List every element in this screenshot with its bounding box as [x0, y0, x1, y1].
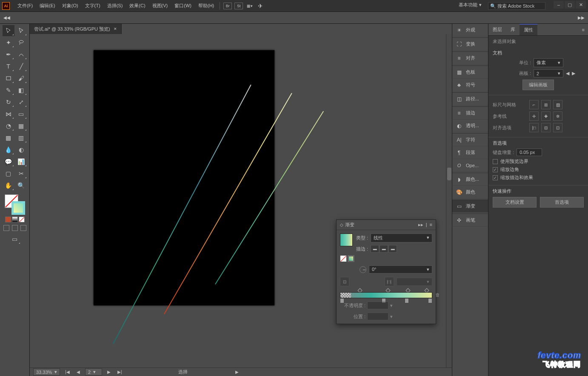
rectangle-tool[interactable]	[3, 73, 14, 84]
aspect-lock-icon[interactable]: ⊡	[340, 277, 349, 286]
dock-opentype[interactable]: OOpe...	[452, 159, 488, 172]
snap-icon-2[interactable]: ⊟	[541, 123, 551, 132]
pen-tool[interactable]: ✒	[3, 49, 14, 60]
prefs-button[interactable]: 首选项	[540, 197, 584, 208]
mesh-tool[interactable]: ▩	[3, 132, 14, 143]
arrange-icon[interactable]: ▦▾	[245, 3, 254, 9]
next-artboard-icon[interactable]: ▶	[572, 71, 575, 76]
line-tool[interactable]: ╱	[15, 61, 27, 72]
menu-window[interactable]: 窗口(W)	[171, 0, 195, 12]
hand-tool[interactable]: ✋	[3, 180, 14, 191]
menu-help[interactable]: 帮助(H)	[195, 0, 217, 12]
dock-transform[interactable]: ⛶变换	[452, 38, 488, 51]
selection-tool[interactable]	[3, 25, 14, 36]
gradient-type-select[interactable]: 线性▾	[371, 234, 432, 242]
dock-swatches[interactable]: ▦色板	[452, 66, 488, 79]
dock-pathfinder[interactable]: ◫路径...	[452, 93, 488, 105]
stock-icon[interactable]: St	[234, 3, 243, 9]
color-stop-4[interactable]	[428, 298, 432, 303]
fill-stroke-swatch[interactable]	[5, 194, 25, 215]
draw-inside[interactable]	[20, 225, 26, 231]
lasso-tool[interactable]	[15, 37, 27, 48]
shape-builder-tool[interactable]: ◔	[3, 120, 14, 131]
dock-stroke[interactable]: ≡描边	[452, 107, 488, 120]
tab-library[interactable]: 库	[506, 24, 519, 35]
gradient-tool[interactable]: ▥	[15, 132, 27, 143]
panel-menu-icon[interactable]: ≡	[430, 222, 432, 228]
angle-input[interactable]: 0°▾	[369, 265, 432, 273]
menu-effect[interactable]: 效果(C)	[126, 0, 148, 12]
prev-page[interactable]: ◀	[75, 370, 82, 374]
color-mode[interactable]	[5, 216, 11, 222]
shaper-tool[interactable]: ✎	[3, 85, 14, 96]
dock-character[interactable]: A|字符	[452, 134, 488, 146]
collapse-icon[interactable]: ▸▸	[418, 222, 423, 228]
snap-icon-1[interactable]: |□	[529, 123, 539, 132]
opacity-input[interactable]	[367, 302, 388, 309]
chk-scale-strokes[interactable]: ✓缩放描边和效果	[493, 174, 584, 181]
next-page[interactable]: ▶	[106, 370, 112, 374]
workspace-switcher[interactable]: 基本功能▾	[459, 2, 482, 8]
perspective-tool[interactable]: ▦	[15, 120, 27, 131]
position-input[interactable]	[367, 313, 388, 320]
free-transform-tool[interactable]: ▭	[15, 108, 27, 120]
stroke-mode-3[interactable]: ▬	[388, 245, 397, 253]
transparency-grid-icon[interactable]: ▨	[553, 100, 562, 109]
gradient-preview-swatch[interactable]	[340, 234, 353, 246]
screen-mode[interactable]: ▭	[9, 234, 21, 245]
menu-edit[interactable]: 编辑(E)	[36, 0, 59, 12]
curvature-tool[interactable]	[15, 49, 27, 60]
dock-appearance[interactable]: ☀外观	[452, 24, 488, 37]
dock-transparency[interactable]: ◐透明...	[452, 120, 488, 132]
direct-selection-tool[interactable]	[15, 25, 27, 36]
width-tool[interactable]: ⋈	[3, 108, 14, 120]
vertical-scrollbar[interactable]	[446, 34, 452, 367]
eraser-tool[interactable]: ◧	[15, 85, 27, 96]
draw-normal[interactable]	[3, 225, 9, 231]
magic-wand-tool[interactable]: ✦	[3, 37, 14, 48]
dock-color[interactable]: 🎨颜色	[452, 186, 488, 199]
zoom-tool[interactable]: 🔍	[15, 180, 27, 191]
snap-icon-3[interactable]: ⊡	[553, 123, 562, 132]
bridge-icon[interactable]: Br	[223, 3, 232, 9]
status-play[interactable]: ▶	[234, 370, 240, 374]
stroke-mode-1[interactable]: ▬	[371, 245, 379, 253]
artboard-tool[interactable]: ▢	[3, 168, 14, 179]
expand-left-icon[interactable]: ◀◀	[3, 15, 10, 20]
chk-preview-bounds[interactable]: 使用预览边界	[493, 158, 584, 165]
kbinc-input[interactable]: 0.05 px	[517, 148, 542, 156]
search-input[interactable]: 🔍 搜索 Adobe Stock	[488, 2, 545, 10]
menu-file[interactable]: 文件(F)	[14, 0, 36, 12]
blend-tool[interactable]: ◐	[15, 144, 27, 155]
menu-text[interactable]: 文字(T)	[82, 0, 104, 12]
dock-align[interactable]: ≡对齐	[452, 52, 488, 65]
scale-tool[interactable]: ⤢	[15, 97, 27, 108]
expand-right-icon[interactable]: ▶▶	[578, 15, 585, 20]
color-stop-3[interactable]	[405, 298, 409, 303]
document-tab[interactable]: 尝试.ai* @ 33.33% (RGB/GPU 预览) ✕	[30, 24, 122, 34]
guide-icon-2[interactable]: ✚	[541, 111, 551, 121]
maximize-button[interactable]: ▢	[565, 1, 575, 9]
chk-scale-corners[interactable]: ✓缩放边角	[493, 166, 584, 173]
stroke-swatch[interactable]	[11, 201, 25, 215]
draw-behind[interactable]	[12, 225, 18, 231]
aspect-input[interactable]: ▾	[397, 278, 433, 286]
doc-setup-button[interactable]: 文档设置	[493, 197, 537, 208]
aspect-icon[interactable]: |□|	[385, 277, 394, 286]
color-stop-1[interactable]	[340, 298, 344, 303]
tab-properties[interactable]: 属性	[519, 24, 537, 35]
gpu-icon[interactable]: ✈	[258, 3, 263, 9]
artboard-nav[interactable]: 2▾	[85, 368, 102, 376]
menu-select[interactable]: 选择(S)	[104, 0, 126, 12]
dock-brushes[interactable]: ✣画笔	[452, 214, 488, 227]
trash-icon[interactable]: 🗑	[435, 292, 440, 297]
artboard-select[interactable]: 2▾	[534, 69, 563, 77]
zoom-level[interactable]: 33.33%▾	[33, 368, 60, 376]
first-page[interactable]: |◀	[63, 370, 71, 374]
guide-icon-3[interactable]: ✲	[553, 111, 562, 121]
stroke-mode-2[interactable]: ▬	[380, 245, 388, 253]
text-tool[interactable]: T	[3, 61, 14, 72]
none-mode[interactable]	[19, 216, 25, 222]
grid-icon[interactable]: ⊞	[541, 100, 551, 109]
guide-icon-1[interactable]: ✛	[529, 111, 539, 121]
